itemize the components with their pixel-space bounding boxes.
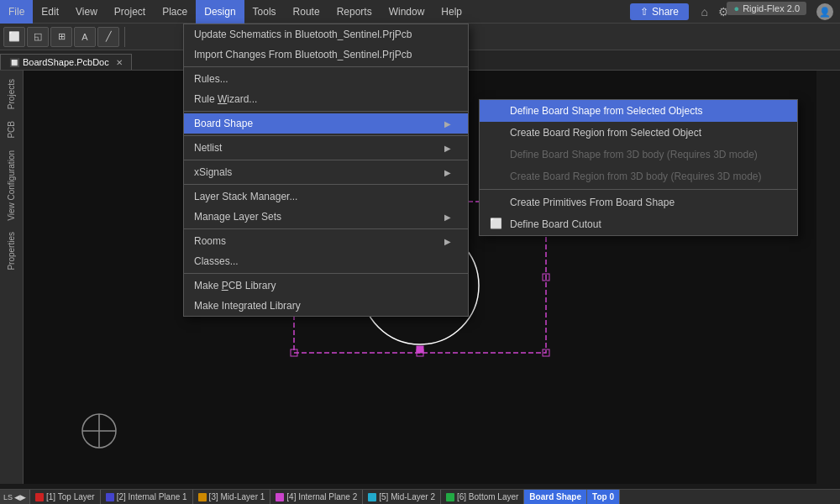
svg-rect-14 bbox=[417, 346, 423, 353]
status-board-shape[interactable]: Board Shape bbox=[524, 490, 587, 504]
menu-make-pcb-library[interactable]: Make PCB Library bbox=[184, 276, 468, 296]
separator-5 bbox=[184, 184, 468, 185]
status-bar: LS ◀ ▶ [1] Top Layer [2] Internal Plane … bbox=[0, 489, 840, 504]
separator-6 bbox=[184, 228, 468, 229]
submenu-define-from-3d: Define Board Shape from 3D body (Require… bbox=[480, 144, 797, 165]
tab-boardshape[interactable]: 🔲 BoardShape.PcbDoc ✕ bbox=[0, 54, 132, 70]
menu-bar: File Edit View Project Place Design Tool… bbox=[0, 0, 840, 24]
status-mid-layer-1[interactable]: [3] Mid-Layer 1 bbox=[193, 490, 271, 504]
menu-item-view[interactable]: View bbox=[67, 0, 106, 24]
tab-close-icon[interactable]: ✕ bbox=[116, 58, 123, 67]
status-bottom-layer[interactable]: [6] Bottom Layer bbox=[441, 490, 524, 504]
prev-icon[interactable]: ◀ bbox=[14, 493, 20, 501]
menu-item-place[interactable]: Place bbox=[154, 0, 196, 24]
user-avatar[interactable]: 👤 bbox=[816, 3, 833, 20]
submenu-create-primitives[interactable]: Create Primitives From Board Shape bbox=[480, 192, 797, 213]
internal-plane-2-dot bbox=[276, 493, 284, 501]
sidebar-item-properties[interactable]: Properties bbox=[4, 227, 18, 276]
menu-manage-layer-sets[interactable]: Manage Layer Sets ▶ bbox=[184, 207, 468, 227]
separator-1 bbox=[184, 66, 468, 67]
status-internal-plane-2[interactable]: [4] Internal Plane 2 bbox=[270, 490, 363, 504]
menu-item-help[interactable]: Help bbox=[433, 0, 470, 24]
menu-item-edit[interactable]: Edit bbox=[33, 0, 67, 24]
menu-import-changes[interactable]: Import Changes From Bluetooth_Sentinel.P… bbox=[184, 45, 468, 65]
mid-layer-1-dot bbox=[198, 493, 207, 501]
toolbar-btn-4[interactable]: A bbox=[74, 27, 96, 47]
separator-3 bbox=[184, 135, 468, 136]
status-mid-layer-2[interactable]: [5] Mid-Layer 2 bbox=[363, 490, 441, 504]
brand-badge: ● Rigid-Flex 2.0 bbox=[727, 2, 806, 15]
submenu-create-region-from-selected[interactable]: Create Board Region from Selected Object bbox=[480, 122, 797, 144]
crosshair bbox=[74, 406, 124, 459]
separator-4 bbox=[184, 160, 468, 160]
menu-rules[interactable]: Rules... bbox=[184, 69, 468, 89]
menu-make-integrated-library[interactable]: Make Integrated Library bbox=[184, 296, 468, 316]
menu-update-schematics[interactable]: Update Schematics in Bluetooth_Sentinel.… bbox=[184, 24, 468, 45]
crosshair-svg bbox=[74, 406, 124, 456]
share-button[interactable]: ⇧ Share bbox=[630, 3, 689, 20]
design-menu: Update Schematics in Bluetooth_Sentinel.… bbox=[183, 24, 469, 317]
status-ls: LS ◀ ▶ bbox=[0, 490, 30, 504]
create-region-icon bbox=[490, 126, 503, 139]
home-icon[interactable]: ⌂ bbox=[698, 5, 711, 18]
share-icon: ⇧ bbox=[640, 6, 648, 18]
menu-item-window[interactable]: Window bbox=[381, 0, 433, 24]
tab-label: BoardShape.PcbDoc bbox=[23, 57, 109, 67]
toolbar-btn-3[interactable]: ⊞ bbox=[50, 27, 72, 47]
menu-classes[interactable]: Classes... bbox=[184, 251, 468, 271]
mid-layer-2-dot bbox=[368, 493, 376, 501]
left-sidebar: Projects PCB View Configuration Properti… bbox=[0, 71, 24, 484]
next-icon[interactable]: ▶ bbox=[20, 493, 26, 501]
submenu-separator bbox=[480, 189, 797, 190]
toolbar-btn-5[interactable]: ╱ bbox=[97, 27, 119, 47]
brand-logo: ● bbox=[733, 3, 739, 13]
sidebar-item-view-config[interactable]: View Configuration bbox=[4, 145, 18, 226]
menu-item-tools[interactable]: Tools bbox=[244, 0, 285, 24]
share-label: Share bbox=[652, 6, 679, 18]
menu-item-route[interactable]: Route bbox=[285, 0, 328, 24]
menu-item-design[interactable]: Design bbox=[196, 0, 244, 24]
define-icon bbox=[490, 104, 503, 118]
menu-item-reports[interactable]: Reports bbox=[328, 0, 381, 24]
status-top-layer[interactable]: [1] Top Layer bbox=[30, 490, 101, 504]
menu-netlist[interactable]: Netlist ▶ bbox=[184, 138, 468, 158]
menu-rule-wizard[interactable]: Rule Wizard... bbox=[184, 89, 468, 109]
menu-layer-stack[interactable]: Layer Stack Manager... bbox=[184, 186, 468, 207]
submenu-define-cutout[interactable]: ⬜ Define Board Cutout bbox=[480, 213, 797, 235]
sidebar-item-projects[interactable]: Projects bbox=[4, 74, 18, 114]
separator-2 bbox=[184, 111, 468, 112]
separator-7 bbox=[184, 273, 468, 274]
top-layer-dot bbox=[35, 493, 44, 501]
status-internal-plane-1[interactable]: [2] Internal Plane 1 bbox=[101, 490, 193, 504]
cutout-icon: ⬜ bbox=[490, 218, 503, 231]
menu-rooms[interactable]: Rooms ▶ bbox=[184, 231, 468, 251]
submenu-arrow: ▶ bbox=[444, 119, 451, 129]
sidebar-item-pcb[interactable]: PCB bbox=[4, 116, 18, 144]
tab-icon: 🔲 bbox=[9, 58, 19, 67]
toolbar-btn-1[interactable]: ⬜ bbox=[3, 27, 25, 47]
menu-item-file[interactable]: File bbox=[0, 0, 33, 24]
menu-xsignals[interactable]: xSignals ▶ bbox=[184, 162, 468, 182]
bottom-layer-dot bbox=[446, 493, 454, 501]
status-top[interactable]: Top 0 bbox=[587, 490, 620, 504]
brand-label: Rigid-Flex 2.0 bbox=[743, 3, 800, 13]
submenu-define-from-selected[interactable]: Define Board Shape from Selected Objects bbox=[480, 100, 797, 122]
submenu-create-region-from-3d: Create Board Region from 3D body (Requir… bbox=[480, 165, 797, 187]
toolbar-btn-2[interactable]: ◱ bbox=[27, 27, 49, 47]
boardshape-submenu: Define Board Shape from Selected Objects… bbox=[479, 99, 798, 236]
menu-item-project[interactable]: Project bbox=[106, 0, 154, 24]
internal-plane-1-dot bbox=[106, 493, 114, 501]
menu-board-shape[interactable]: Board Shape ▶ bbox=[184, 113, 468, 134]
